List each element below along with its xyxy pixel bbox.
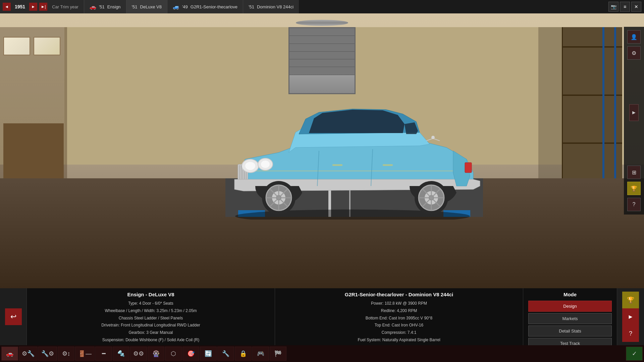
car2-stats-panel: G2R1-Senior-thecarlover - Dominion V8 24… xyxy=(275,288,523,345)
toolbar-axle-btn[interactable]: ⚙⚙ xyxy=(130,347,147,361)
tab-dominion[interactable]: '51 Dominion V8 244ci xyxy=(243,0,299,13)
nav-next-btn[interactable]: ► xyxy=(29,3,37,11)
help-action-btn[interactable]: ? xyxy=(622,325,639,342)
toolbar-body-btn[interactable]: ⚙↕ xyxy=(58,347,74,361)
tab-ensign[interactable]: 🚗 '51 Ensign xyxy=(84,0,126,13)
tab-year-1: '51 xyxy=(99,4,105,9)
screenshot-btn[interactable]: 📷 xyxy=(608,2,619,12)
car1-title: Ensign - DeLuxe V8 xyxy=(34,292,268,297)
car1-stat-1: Type: 4 Door - 6/0* Seats xyxy=(34,301,268,306)
toolbar-brake-btn[interactable]: ⬡ xyxy=(165,347,182,361)
menu-btn[interactable]: ≡ xyxy=(620,2,630,12)
svg-point-8 xyxy=(245,162,255,170)
car2-stat-4: Top End: Cast Iron OHV-16 xyxy=(282,322,516,328)
toolbar-engine-btn[interactable]: ⚙🔧 xyxy=(19,347,38,361)
mode-design-btn[interactable]: Design xyxy=(528,301,612,312)
trophy-action-btn[interactable]: 🏆 xyxy=(622,292,639,308)
award-icon-btn[interactable]: 🏆 xyxy=(627,182,641,195)
tab-year-3: '49 xyxy=(182,4,188,9)
toolbar-steering-btn[interactable]: 🎯 xyxy=(182,347,199,361)
toolbar-safety-btn[interactable]: 🔒 xyxy=(235,347,252,361)
right-side-panel: 👤 ⚙ ► ⊞ 🏆 ? xyxy=(624,27,644,215)
svg-rect-28 xyxy=(332,164,342,166)
tab-car-icon-1: 🚗 xyxy=(90,4,96,10)
car1-stat-3: Chassis Steel Ladder / Steel Panels xyxy=(34,315,268,321)
car2-stat-6: Fuel System: Naturally Aspirated Single … xyxy=(282,337,516,343)
mode-panel: Mode Design Markets Detail Stats Test Tr… xyxy=(523,288,617,345)
mid-expand-btn[interactable]: ► xyxy=(629,104,639,121)
toolbar-race-btn[interactable]: 🏁 xyxy=(270,347,286,361)
svg-point-10 xyxy=(261,161,270,168)
help-icon-btn[interactable]: ? xyxy=(627,198,641,211)
car-display xyxy=(97,68,612,220)
person-icon-btn[interactable]: 👤 xyxy=(627,30,641,44)
year-display: 1951 xyxy=(13,4,27,9)
car2-stat-3: Bottom End: Cast Iron 3995cc V 90°8 xyxy=(282,315,516,321)
toolbar-gearbox-btn[interactable]: 🔩 xyxy=(113,347,129,361)
car1-stats-panel: Ensign - DeLuxe V8 Type: 4 Door - 6/0* S… xyxy=(27,288,275,345)
svg-rect-27 xyxy=(465,163,472,173)
tab-name-4: Dominion V8 244ci xyxy=(257,4,293,9)
mode-markets-btn[interactable]: Markets xyxy=(528,313,612,324)
car2-title: G2R1-Senior-thecarlover - Dominion V8 24… xyxy=(282,292,516,297)
toolbar-interior-btn[interactable]: 🔧 xyxy=(217,347,234,361)
top-right-controls: 📷 ≡ ✕ xyxy=(608,2,644,12)
toolbar-suspension-btn[interactable]: 🔧⚙ xyxy=(38,347,57,361)
bottom-left-icon-area: ↩ xyxy=(0,288,27,345)
toolbar-door-btn[interactable]: 🚪— xyxy=(75,347,95,361)
toolbar-car-view-btn[interactable]: 🚗 xyxy=(1,347,18,361)
car1-stat-5: Gearbox: 3 Gear Manual xyxy=(34,330,268,336)
car2-stat-1: Power: 102.8 kW @ 3900 RPM xyxy=(282,301,516,306)
car-back-btn[interactable]: ↩ xyxy=(5,308,22,325)
toolbar-chassis-btn[interactable]: ━ xyxy=(95,347,112,361)
toolbar-aero-btn[interactable]: 🎮 xyxy=(252,347,269,361)
toolbar-confirm-btn[interactable]: ✓ xyxy=(626,347,643,361)
tab-name-2: DeLuxe V8 xyxy=(140,4,162,9)
tab-year-4: '51 xyxy=(249,4,254,9)
tab-year-2: '51 xyxy=(132,4,138,9)
car1-stat-2: Wheelbase / Length / Width: 3.25m / 5.23… xyxy=(34,308,268,314)
nav-prev-btn[interactable]: ◄ xyxy=(3,3,11,11)
close-btn[interactable]: ✕ xyxy=(631,2,641,12)
toolbar-exhaust-btn[interactable]: 🔄 xyxy=(200,347,217,361)
tab-deluxe-v8[interactable]: '51 DeLuxe V8 xyxy=(126,0,167,13)
car1-stat-4: Drivetrain: Front Longitudinal Longitudi… xyxy=(34,322,268,328)
car2-stat-5: Compression: 7.4:1 xyxy=(282,330,516,336)
mode-detail-stats-btn[interactable]: Detail Stats xyxy=(528,325,612,337)
top-bar: ◄ 1951 ► ►| Car Trim year 🚗 '51 Ensign '… xyxy=(0,0,644,13)
tab-g2r1[interactable]: 🚙 '49 G2R1-Senior-thecarlove xyxy=(167,0,243,13)
action-buttons-col: 🏆 ► ? xyxy=(617,288,644,345)
tab-name-1: Ensign xyxy=(107,4,121,9)
next-action-btn[interactable]: ► xyxy=(622,308,639,325)
bottom-toolbar: 🚗 ⚙🔧 🔧⚙ ⚙↕ 🚪— ━ 🔩 ⚙⚙ 🎡 ⬡ 🎯 🔄 🔧 🔒 🎮 🏁 ✓ xyxy=(0,345,644,362)
car-trim-label: Car Trim year xyxy=(49,4,81,9)
nav-skip-btn[interactable]: ►| xyxy=(39,3,47,11)
settings-icon-btn[interactable]: ⚙ xyxy=(627,46,641,60)
car1-stat-6: Suspension: Double Wishbone (F) / Solid … xyxy=(34,337,268,343)
car-svg xyxy=(212,92,497,220)
tab-name-3: G2R1-Senior-thecarlove xyxy=(191,4,237,9)
bottom-info-panel: ↩ Ensign - DeLuxe V8 Type: 4 Door - 6/0*… xyxy=(0,288,644,345)
mode-header: Mode xyxy=(528,292,612,297)
grid-icon-btn[interactable]: ⊞ xyxy=(627,166,641,179)
viewport: 👤 ⚙ ► ⊞ 🏆 ? xyxy=(0,13,644,288)
car2-stat-2: Redline: 4,200 RPM xyxy=(282,308,516,314)
nav-left-group: ◄ 1951 ► ►| Car Trim year xyxy=(0,0,84,13)
svg-rect-29 xyxy=(383,164,393,166)
tab-car-icon-3: 🚙 xyxy=(173,4,179,10)
svg-point-30 xyxy=(431,136,435,139)
toolbar-wheel-btn[interactable]: 🎡 xyxy=(148,347,164,361)
